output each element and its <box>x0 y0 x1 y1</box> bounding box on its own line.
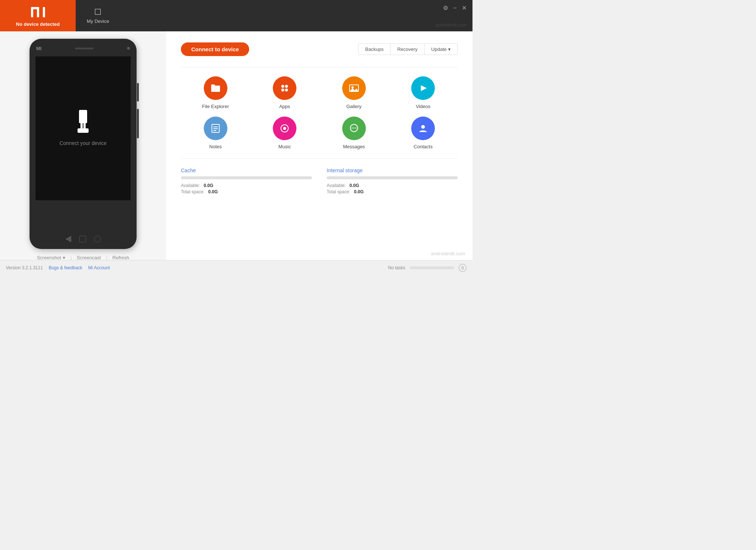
screenshot-button[interactable]: Screenshot ▾ <box>37 255 65 260</box>
contacts-item[interactable]: Contacts <box>389 117 458 149</box>
footer-left: Version 3.2.1.3111 Bugs & feedback Mi Ac… <box>6 265 110 270</box>
divider-top <box>181 67 458 68</box>
mi-account-link[interactable]: Mi Account <box>88 265 110 270</box>
screenshot-dropdown-icon: ▾ <box>63 255 65 260</box>
mi-logo-icon <box>30 4 46 20</box>
cache-available-row: Available: 0.0G <box>181 183 312 188</box>
messages-icon <box>342 117 366 140</box>
backups-tab[interactable]: Backups <box>358 44 391 55</box>
videos-label: Videos <box>416 104 430 109</box>
phone-container: MI Connect your device <box>30 39 137 249</box>
separator1: | <box>71 255 72 260</box>
phone-side-button-bottom <box>137 109 139 138</box>
task-count-badge: 0 <box>458 264 467 272</box>
apps-svg <box>279 82 291 94</box>
internal-available-row: Available: 0.0G <box>327 183 458 188</box>
file-explorer-label: File Explorer <box>202 104 229 109</box>
messages-item[interactable]: Messages <box>319 117 389 149</box>
apps-item[interactable]: Apps <box>250 76 320 109</box>
phone-menu-btn <box>94 236 101 242</box>
refresh-button[interactable]: Refresh <box>113 255 130 260</box>
separator2: | <box>106 255 107 260</box>
file-explorer-item[interactable]: File Explorer <box>181 76 250 109</box>
svg-marker-15 <box>350 88 358 91</box>
svg-point-26 <box>353 128 354 129</box>
update-label: Update <box>431 46 447 52</box>
internal-storage-bar <box>327 176 458 179</box>
notes-item[interactable]: Notes <box>181 117 250 149</box>
my-device-tab[interactable]: ☐ My Device <box>76 0 120 31</box>
window-controls: ⚙ − ✕ <box>443 4 467 11</box>
watermark-bottom: androidmtk.com <box>431 251 465 256</box>
music-item[interactable]: ♪ Music <box>250 117 320 149</box>
internal-storage: Internal storage Available: 0.0G Total s… <box>327 167 458 194</box>
internal-available-value: 0.0G <box>350 183 359 188</box>
internal-total-value: 0.0G <box>354 189 364 194</box>
icons-grid: File Explorer Apps <box>181 76 458 149</box>
folder-svg <box>210 82 221 94</box>
svg-rect-5 <box>79 110 87 123</box>
device-icon: ☐ <box>94 7 102 17</box>
tasks-progress-bar <box>410 266 454 269</box>
usb-svg <box>74 110 92 134</box>
phone-home-btn <box>79 236 86 242</box>
gallery-item[interactable]: Gallery <box>319 76 389 109</box>
cache-total-row: Total space: 0.0G <box>181 189 312 194</box>
file-explorer-icon <box>204 76 227 100</box>
phone-camera <box>127 47 130 50</box>
apps-icon <box>273 76 296 100</box>
internal-total-row: Total space: 0.0G <box>327 189 458 194</box>
contacts-label: Contacts <box>414 144 433 149</box>
gallery-svg <box>348 82 360 94</box>
svg-point-25 <box>351 128 353 129</box>
settings-icon[interactable]: ⚙ <box>443 4 448 11</box>
internal-total-label: Total space: <box>327 189 350 194</box>
videos-icon <box>411 76 435 100</box>
left-panel: MI Connect your device <box>0 31 166 260</box>
cache-details: Available: 0.0G Total space: 0.0G <box>181 183 312 194</box>
connect-device-button[interactable]: Connect to device <box>181 42 249 56</box>
right-panel: Connect to device Backups Recovery Updat… <box>166 31 472 260</box>
messages-label: Messages <box>343 144 365 149</box>
divider-bottom <box>181 158 458 159</box>
svg-point-12 <box>285 89 288 91</box>
internal-storage-details: Available: 0.0G Total space: 0.0G <box>327 183 458 194</box>
internal-storage-title: Internal storage <box>327 167 458 173</box>
screencast-button[interactable]: Screencast <box>77 255 101 260</box>
cache-total-value: 0.0G <box>208 189 218 194</box>
svg-point-9 <box>281 85 284 88</box>
phone-bottom-bar <box>30 236 137 242</box>
minimize-icon[interactable]: − <box>453 5 457 11</box>
music-icon: ♪ <box>273 117 296 140</box>
usb-icon <box>74 111 92 133</box>
close-icon[interactable]: ✕ <box>462 4 467 11</box>
svg-rect-3 <box>37 11 39 13</box>
bugs-feedback-link[interactable]: Bugs & feedback <box>49 265 82 270</box>
music-label: Music <box>278 144 291 149</box>
phone-body: MI Connect your device <box>30 39 137 249</box>
videos-item[interactable]: Videos <box>389 76 458 109</box>
main-area: MI Connect your device <box>0 31 472 260</box>
no-tasks-label: No tasks <box>388 265 405 270</box>
phone-mi-label: MI <box>36 46 41 51</box>
notes-label: Notes <box>209 144 222 149</box>
phone-side-button-top <box>137 83 139 101</box>
cache-title: Cache <box>181 167 312 173</box>
action-tabs: Backups Recovery Update ▾ <box>358 44 458 55</box>
svg-marker-16 <box>421 85 427 91</box>
svg-text:♪: ♪ <box>284 127 285 131</box>
no-device-label: No device detected <box>16 21 60 27</box>
notes-svg <box>210 122 221 134</box>
cache-storage: Cache Available: 0.0G Total space: 0.0G <box>181 167 312 194</box>
cache-available-label: Available: <box>181 183 200 188</box>
recovery-tab[interactable]: Recovery <box>391 44 425 55</box>
internal-available-label: Available: <box>327 183 346 188</box>
app-logo: No device detected <box>0 0 76 31</box>
svg-point-10 <box>285 85 288 88</box>
screenshot-label: Screenshot <box>37 255 61 260</box>
update-tab[interactable]: Update ▾ <box>425 44 458 55</box>
phone-back-btn <box>65 236 71 242</box>
notes-icon <box>204 117 227 140</box>
contacts-icon <box>411 117 435 140</box>
videos-svg <box>417 82 429 94</box>
